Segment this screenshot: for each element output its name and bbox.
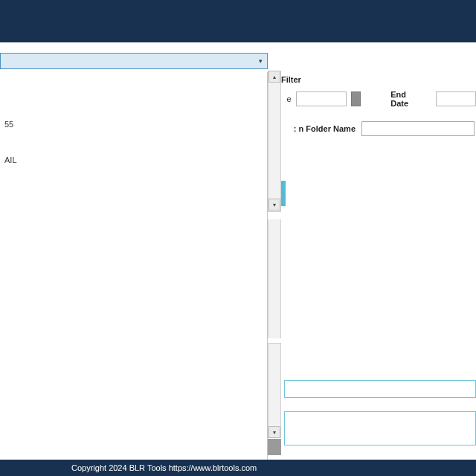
source-dropdown[interactable]: ▾ — [0, 53, 268, 69]
scroll-up-icon[interactable]: ▴ — [268, 71, 280, 83]
chevron-down-icon: ▾ — [254, 54, 267, 68]
start-date-input[interactable] — [296, 91, 347, 106]
folder-row: n Folder Name : — [281, 111, 476, 139]
footer-bar: Copyright 2024 BLR Tools https://www.blr… — [0, 460, 476, 476]
list-item[interactable]: AIL — [0, 152, 267, 167]
folder-name-input[interactable] — [361, 121, 475, 136]
accent-bar — [281, 181, 286, 206]
footer-text: Copyright 2024 BLR Tools https://www.blr… — [71, 463, 257, 472]
left-panel: 55 AIL — [0, 72, 268, 460]
title-bar — [0, 0, 476, 42]
end-date-label: End Date — [390, 90, 425, 108]
start-date-picker-button[interactable] — [351, 91, 361, 106]
scroll-track[interactable] — [268, 219, 281, 338]
work-area: ▾ 55 AIL ▴ ▾ ▾ Filter e End Date n Folde… — [0, 42, 476, 460]
splitter-scroll: ▴ ▾ ▾ — [268, 71, 281, 460]
scroll-down-icon[interactable]: ▾ — [268, 199, 280, 210]
splitter-grip[interactable] — [268, 439, 281, 455]
filter-header: Filter — [281, 71, 476, 87]
start-date-label: e — [281, 94, 292, 103]
scroll-down-icon[interactable]: ▾ — [268, 426, 280, 438]
end-date-input[interactable] — [436, 91, 476, 106]
status-box — [284, 380, 476, 398]
folder-name-label: n Folder Name : — [281, 124, 356, 133]
output-box — [284, 411, 476, 446]
scroll-track[interactable] — [268, 343, 281, 438]
right-panel: Filter e End Date n Folder Name : — [281, 71, 476, 460]
list-item[interactable]: 55 — [0, 117, 267, 132]
date-filter-row: e End Date — [281, 87, 476, 111]
scroll-track[interactable] — [268, 71, 281, 212]
